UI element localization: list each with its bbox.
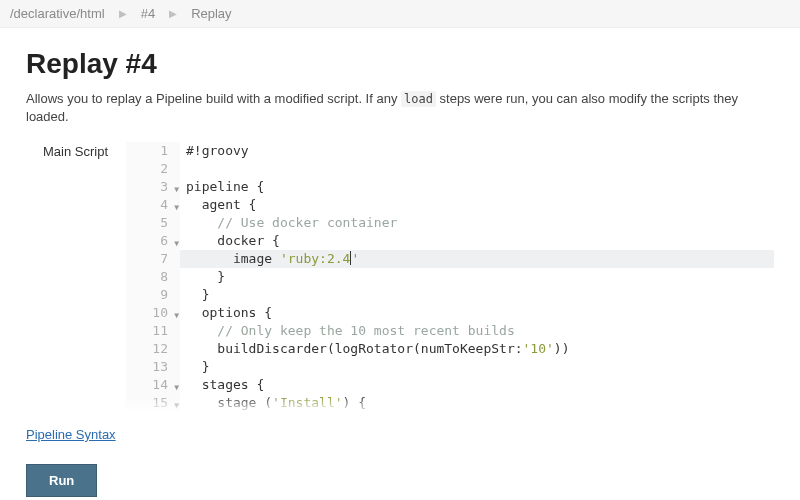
code-text[interactable]: stage ('Install') {: [180, 394, 774, 412]
chevron-right-icon: ▶: [119, 8, 127, 19]
line-number: 10▼: [126, 304, 180, 322]
editor-label: Main Script: [26, 142, 108, 414]
code-text[interactable]: options {: [180, 304, 774, 322]
code-text[interactable]: stages {: [180, 376, 774, 394]
code-line[interactable]: 6▼ docker {: [126, 232, 774, 250]
line-number: 13: [126, 358, 180, 376]
code-line[interactable]: 12 buildDiscarder(logRotator(numToKeepSt…: [126, 340, 774, 358]
code-line[interactable]: 9 }: [126, 286, 774, 304]
code-text[interactable]: // Only keep the 10 most recent builds: [180, 322, 774, 340]
code-line[interactable]: 13 }: [126, 358, 774, 376]
pipeline-syntax-link[interactable]: Pipeline Syntax: [26, 427, 116, 442]
fold-icon[interactable]: ▼: [174, 397, 179, 414]
code-text[interactable]: #!groovy: [180, 142, 774, 160]
code-text[interactable]: buildDiscarder(logRotator(numToKeepStr:'…: [180, 340, 774, 358]
line-number: 15▼: [126, 394, 180, 412]
line-number: 3▼: [126, 178, 180, 196]
line-number: 4▼: [126, 196, 180, 214]
line-number: 1: [126, 142, 180, 160]
code-text[interactable]: pipeline {: [180, 178, 774, 196]
code-text[interactable]: agent {: [180, 196, 774, 214]
code-line[interactable]: 7 image 'ruby:2.4': [126, 250, 774, 268]
code-text[interactable]: }: [180, 358, 774, 376]
line-number: 6▼: [126, 232, 180, 250]
breadcrumb-path[interactable]: /declarative/html: [10, 6, 105, 21]
breadcrumb-page[interactable]: Replay: [191, 6, 231, 21]
script-editor[interactable]: 1#!groovy23▼pipeline {4▼ agent {5 // Use…: [126, 142, 774, 414]
line-number: 8: [126, 268, 180, 286]
code-line[interactable]: 4▼ agent {: [126, 196, 774, 214]
line-number: 5: [126, 214, 180, 232]
line-number: 9: [126, 286, 180, 304]
code-text[interactable]: docker {: [180, 232, 774, 250]
line-number: 2: [126, 160, 180, 178]
chevron-right-icon: ▶: [169, 8, 177, 19]
code-text[interactable]: }: [180, 268, 774, 286]
code-line[interactable]: 10▼ options {: [126, 304, 774, 322]
page-title: Replay #4: [26, 48, 774, 80]
code-line[interactable]: 8 }: [126, 268, 774, 286]
code-line[interactable]: 1#!groovy: [126, 142, 774, 160]
code-line[interactable]: 2: [126, 160, 774, 178]
code-text[interactable]: image 'ruby:2.4': [180, 250, 774, 268]
run-button[interactable]: Run: [26, 464, 97, 497]
breadcrumb-build[interactable]: #4: [141, 6, 155, 21]
line-number: 14▼: [126, 376, 180, 394]
code-text[interactable]: // Use docker container: [180, 214, 774, 232]
code-line[interactable]: 11 // Only keep the 10 most recent build…: [126, 322, 774, 340]
code-text[interactable]: }: [180, 286, 774, 304]
code-line[interactable]: 14▼ stages {: [126, 376, 774, 394]
line-number: 11: [126, 322, 180, 340]
breadcrumb: /declarative/html ▶ #4 ▶ Replay: [0, 0, 800, 28]
line-number: 12: [126, 340, 180, 358]
code-line[interactable]: 5 // Use docker container: [126, 214, 774, 232]
code-text[interactable]: [180, 160, 774, 178]
code-line[interactable]: 3▼pipeline {: [126, 178, 774, 196]
page-description: Allows you to replay a Pipeline build wi…: [26, 90, 774, 126]
code-line[interactable]: 15▼ stage ('Install') {: [126, 394, 774, 412]
inline-code: load: [401, 91, 436, 107]
line-number: 7: [126, 250, 180, 268]
